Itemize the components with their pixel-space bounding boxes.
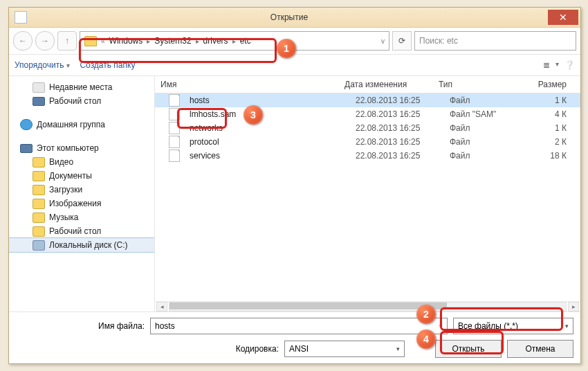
file-date: 22.08.2013 16:25 (350, 151, 444, 161)
table-row[interactable]: services22.08.2013 16:25Файл18 К (155, 149, 580, 163)
scroll-track[interactable] (169, 302, 567, 311)
table-row[interactable]: lmhosts.sam22.08.2013 16:25Файл "SAM"4 К (155, 107, 580, 121)
sidebar-item-recent[interactable]: Недавние места (9, 80, 154, 94)
file-icon (169, 108, 180, 120)
file-icon (169, 122, 180, 134)
sidebar-item-deskfolder[interactable]: Рабочий стол (9, 224, 154, 238)
folder-icon (33, 199, 45, 209)
recent-icon (33, 82, 45, 93)
view-options[interactable]: ≣ ▾ ❔ (543, 60, 575, 70)
forward-button[interactable]: → (35, 31, 55, 51)
sidebar-item-downloads[interactable]: Загрузки (9, 183, 154, 197)
file-filter-select[interactable]: Все файлы (*.*) ▾ (453, 318, 573, 334)
close-icon: ✕ (559, 12, 567, 23)
filename-input[interactable]: hosts ▾ (150, 318, 448, 334)
cancel-button[interactable]: Отмена (507, 340, 573, 358)
annotation-badge-2: 2 (416, 305, 436, 324)
scroll-thumb[interactable] (169, 302, 447, 309)
scroll-left-icon[interactable]: ◂ (156, 302, 167, 311)
app-icon (15, 11, 27, 24)
breadcrumb[interactable]: Windows (109, 36, 143, 46)
encoding-label: Кодировка: (16, 344, 279, 354)
scroll-right-icon[interactable]: ▸ (568, 302, 579, 311)
disk-icon (33, 240, 45, 251)
file-name: lmhosts.sam (184, 109, 350, 119)
search-input[interactable]: Поиск: etc (414, 31, 576, 51)
window-title: Открытие (33, 12, 546, 22)
folder-icon (33, 185, 45, 195)
chevron-down-icon: ▾ (555, 60, 559, 70)
address-bar[interactable]: « Windows ▸ System32 ▸ drivers ▸ etc v (80, 31, 389, 51)
table-row[interactable]: hosts22.08.2013 16:25Файл1 К (155, 93, 580, 107)
close-button[interactable]: ✕ (548, 10, 578, 25)
file-date: 22.08.2013 16:25 (350, 96, 444, 105)
file-size: 18 К (538, 151, 580, 161)
horizontal-scrollbar[interactable]: ◂ ▸ (155, 301, 580, 311)
chevron-down-icon: ▾ (66, 62, 70, 69)
homegroup-icon (20, 119, 33, 130)
chevron-down-icon: ▾ (439, 323, 443, 329)
file-list: Имя Дата изменения Тип Размер hosts22.08… (155, 76, 580, 311)
chevron-down-icon: ▾ (565, 323, 569, 329)
new-folder-button[interactable]: Создать папку (80, 60, 135, 70)
arrow-left-icon: ← (19, 36, 27, 46)
organize-button[interactable]: Упорядочить ▾ (15, 60, 70, 70)
refresh-icon: ⟳ (398, 36, 405, 46)
file-icon (169, 136, 180, 148)
computer-icon (20, 144, 33, 153)
arrow-up-icon: ↑ (65, 36, 69, 46)
sidebar-item-music[interactable]: Музыка (9, 210, 154, 224)
column-headers[interactable]: Имя Дата изменения Тип Размер (155, 76, 580, 93)
folder-icon (84, 36, 97, 46)
col-name[interactable]: Имя (155, 80, 339, 89)
file-name: hosts (184, 96, 350, 105)
back-button[interactable]: ← (13, 31, 33, 51)
view-icon: ≣ (543, 60, 550, 70)
encoding-value: ANSI (289, 344, 309, 354)
titlebar: Открытие ✕ (9, 8, 580, 28)
file-type: Файл (444, 96, 538, 105)
file-icon (169, 94, 180, 107)
folder-icon (33, 171, 45, 181)
col-type[interactable]: Тип (433, 80, 527, 89)
up-button[interactable]: ↑ (57, 31, 77, 51)
sidebar-item-pictures[interactable]: Изображения (9, 197, 154, 210)
chevron-right-icon: ▸ (232, 37, 236, 45)
table-row[interactable]: networks22.08.2013 16:25Файл1 К (155, 121, 580, 135)
file-name: services (184, 151, 350, 161)
breadcrumb[interactable]: System32 (154, 36, 191, 46)
sidebar-item-thispc[interactable]: Этот компьютер (9, 141, 154, 155)
address-dropdown[interactable]: v (381, 37, 385, 45)
chevron-right-icon: ▸ (147, 37, 150, 45)
breadcrumb[interactable]: etc (240, 36, 251, 46)
file-size: 4 К (538, 109, 580, 119)
refresh-button[interactable]: ⟳ (392, 31, 412, 51)
nav-tree: Недавние места Рабочий стол Домашняя гру… (9, 76, 155, 311)
file-date: 22.08.2013 16:25 (350, 137, 444, 147)
sidebar-item-localdisk[interactable]: Локальный диск (C:) (9, 238, 154, 252)
folder-icon (33, 226, 45, 237)
filename-value: hosts (155, 321, 175, 331)
open-button[interactable]: Открыть (435, 340, 502, 358)
breadcrumb[interactable]: drivers (203, 36, 228, 46)
sidebar-item-documents[interactable]: Документы (9, 169, 154, 183)
file-rows: hosts22.08.2013 16:25Файл1 Кlmhosts.sam2… (155, 93, 580, 301)
sidebar-item-homegroup[interactable]: Домашняя группа (9, 118, 154, 132)
col-size[interactable]: Размер (527, 80, 580, 89)
sidebar-item-desktop[interactable]: Рабочий стол (9, 94, 154, 108)
toolbar: Упорядочить ▾ Создать папку ≣ ▾ ❔ (9, 54, 580, 76)
col-date[interactable]: Дата изменения (339, 80, 433, 89)
filter-value: Все файлы (*.*) (458, 321, 518, 331)
breadcrumb-prefix: « (101, 37, 105, 45)
filename-label: Имя файла: (16, 321, 145, 331)
table-row[interactable]: protocol22.08.2013 16:25Файл2 К (155, 135, 580, 149)
arrow-right-icon: → (41, 36, 49, 46)
file-type: Файл (444, 123, 538, 133)
file-size: 1 К (538, 123, 580, 133)
file-date: 22.08.2013 16:25 (350, 109, 444, 119)
help-icon[interactable]: ❔ (564, 60, 575, 70)
encoding-select[interactable]: ANSI ▾ (284, 341, 405, 357)
desktop-icon (33, 97, 45, 106)
sidebar-item-video[interactable]: Видео (9, 155, 154, 169)
search-placeholder: Поиск: etc (419, 36, 458, 46)
